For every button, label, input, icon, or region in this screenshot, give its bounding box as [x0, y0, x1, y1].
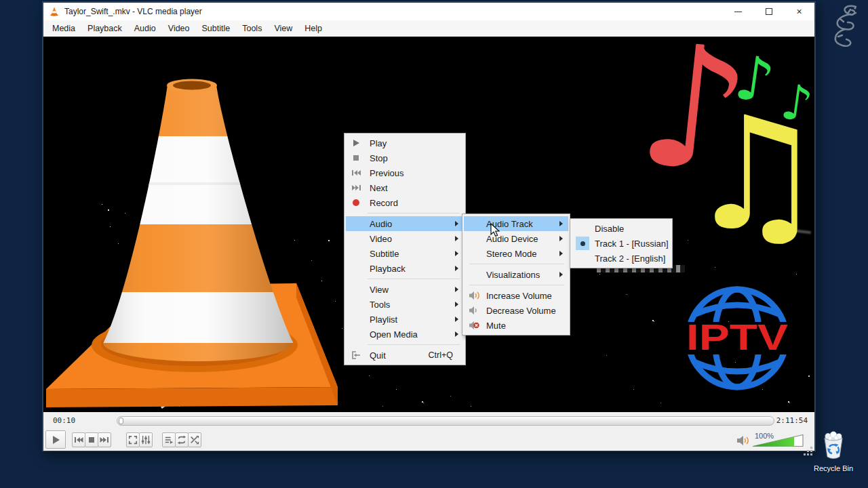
- audio-track-submenu: Disable Track 1 - [Russian] Track 2 - [E…: [570, 218, 673, 268]
- submenu-arrow-icon: [455, 251, 458, 256]
- menu-item-tools[interactable]: Tools: [346, 297, 464, 312]
- equalizer-button[interactable]: [139, 432, 153, 447]
- menubar-tools[interactable]: Tools: [236, 22, 268, 35]
- menu-item-mute[interactable]: Mute: [464, 318, 568, 333]
- menubar-audio[interactable]: Audio: [128, 22, 162, 35]
- submenu-arrow-icon: [455, 331, 458, 337]
- menu-separator: [368, 344, 460, 345]
- submenu-arrow-icon: [455, 317, 458, 322]
- menubar-subtitle[interactable]: Subtitle: [196, 22, 237, 35]
- menu-item-disable-track[interactable]: Disable: [572, 221, 671, 236]
- submenu-arrow-icon: [455, 221, 458, 226]
- menu-item-previous[interactable]: Previous: [346, 165, 464, 180]
- previous-icon: [350, 169, 362, 177]
- menu-bar: Media Playback Audio Video Subtitle Tool…: [43, 20, 814, 37]
- menu-item-increase-volume[interactable]: Increase Volume: [464, 288, 568, 303]
- menu-item-audio-device[interactable]: Audio Device: [464, 231, 568, 246]
- yellow-music-note: ♫: [686, 96, 814, 252]
- menu-item-play[interactable]: Play: [346, 136, 464, 150]
- desktop: Recycle Bin Taylor_Swift_.mkv - VLC medi…: [0, 0, 868, 488]
- record-icon: [350, 198, 362, 207]
- menu-item-video[interactable]: Video: [346, 231, 464, 246]
- iptv-logo: IPTV: [679, 282, 795, 397]
- recycle-bin-label: Recycle Bin: [812, 464, 854, 472]
- vlc-cone-icon: [49, 6, 60, 17]
- close-icon: ×: [796, 7, 802, 16]
- playlist-button[interactable]: [162, 432, 176, 447]
- next-button[interactable]: [98, 432, 111, 447]
- submenu-arrow-icon: [455, 302, 458, 307]
- total-time: 2:11:54: [776, 416, 808, 425]
- play-button[interactable]: [45, 430, 66, 449]
- quit-icon: [350, 350, 362, 360]
- menu-separator: [368, 213, 460, 214]
- seek-handle[interactable]: [119, 418, 123, 424]
- seek-row: 00:10 2:11:54: [43, 412, 814, 430]
- volume-up-icon: [468, 291, 480, 300]
- previous-icon: [74, 436, 83, 444]
- submenu-arrow-icon: [455, 266, 458, 271]
- menu-separator: [469, 264, 564, 264]
- minimize-button[interactable]: [723, 3, 753, 20]
- menu-item-open-media[interactable]: Open Media: [346, 327, 464, 342]
- previous-button[interactable]: [72, 432, 85, 447]
- menubar-playback[interactable]: Playback: [81, 22, 128, 35]
- context-menu: Play Stop Previous Next Record Audio Vid…: [344, 133, 466, 365]
- menu-item-playback[interactable]: Playback: [346, 261, 464, 276]
- shuffle-button[interactable]: [188, 432, 201, 447]
- menu-item-subtitle[interactable]: Subtitle: [346, 246, 464, 261]
- play-icon: [50, 434, 61, 445]
- volume-speaker-icon[interactable]: [736, 435, 750, 446]
- fullscreen-icon: [128, 435, 138, 445]
- menu-item-next[interactable]: Next: [346, 180, 464, 195]
- menu-separator: [368, 279, 460, 279]
- controls-bar: 100%: [43, 430, 814, 451]
- quit-shortcut: Ctrl+Q: [429, 350, 458, 360]
- menu-item-quit[interactable]: Quit Ctrl+Q: [346, 348, 464, 363]
- submenu-arrow-icon: [559, 236, 563, 241]
- recycle-bin[interactable]: Recycle Bin: [812, 430, 854, 472]
- submenu-arrow-icon: [455, 236, 458, 241]
- close-button[interactable]: ×: [784, 3, 814, 20]
- menu-item-track-1[interactable]: Track 1 - [Russian]: [572, 236, 671, 251]
- stop-icon: [87, 436, 96, 444]
- volume-slider[interactable]: [752, 434, 805, 447]
- stop-button[interactable]: [85, 432, 98, 447]
- mute-icon: [468, 321, 480, 330]
- mouse-cursor: [490, 223, 501, 238]
- submenu-arrow-icon: [455, 287, 458, 292]
- menu-item-audio-track[interactable]: Audio Track: [464, 216, 568, 231]
- iptv-text: IPTV: [686, 317, 788, 357]
- menubar-media[interactable]: Media: [46, 22, 81, 35]
- shuffle-icon: [190, 435, 199, 445]
- seek-bar[interactable]: [117, 416, 774, 426]
- menu-item-playlist[interactable]: Playlist: [346, 312, 464, 327]
- vlc-cone-artwork: [43, 74, 349, 412]
- menu-item-visualizations[interactable]: Visualizations: [464, 267, 568, 282]
- menu-item-record[interactable]: Record: [346, 195, 464, 210]
- maximize-button[interactable]: [753, 3, 784, 20]
- audio-submenu: Audio Track Audio Device Stereo Mode Vis…: [462, 214, 570, 336]
- volume-down-icon: [468, 306, 480, 315]
- menu-item-stereo-mode[interactable]: Stereo Mode: [464, 246, 568, 261]
- submenu-arrow-icon: [559, 272, 563, 277]
- loop-button[interactable]: [175, 432, 189, 447]
- menu-item-view[interactable]: View: [346, 282, 464, 297]
- menubar-help[interactable]: Help: [298, 22, 328, 35]
- recycle-bin-icon: [819, 430, 848, 461]
- star-speckles-large: [43, 37, 45, 38]
- resize-grip[interactable]: [811, 447, 812, 449]
- minimize-icon: [734, 12, 742, 12]
- menu-item-decrease-volume[interactable]: Decrease Volume: [464, 303, 568, 318]
- menu-item-stop[interactable]: Stop: [346, 150, 464, 165]
- next-icon: [350, 184, 362, 192]
- menubar-video[interactable]: Video: [162, 22, 196, 35]
- title-bar[interactable]: Taylor_Swift_.mkv - VLC media player ×: [43, 3, 814, 20]
- loop-icon: [177, 435, 186, 445]
- menubar-view[interactable]: View: [268, 22, 298, 35]
- menu-item-track-2[interactable]: Track 2 - [English]: [572, 251, 671, 266]
- selected-radio-icon: [576, 237, 589, 250]
- menu-item-audio[interactable]: Audio: [346, 216, 464, 231]
- fullscreen-button[interactable]: [126, 432, 140, 447]
- menu-separator: [469, 285, 564, 285]
